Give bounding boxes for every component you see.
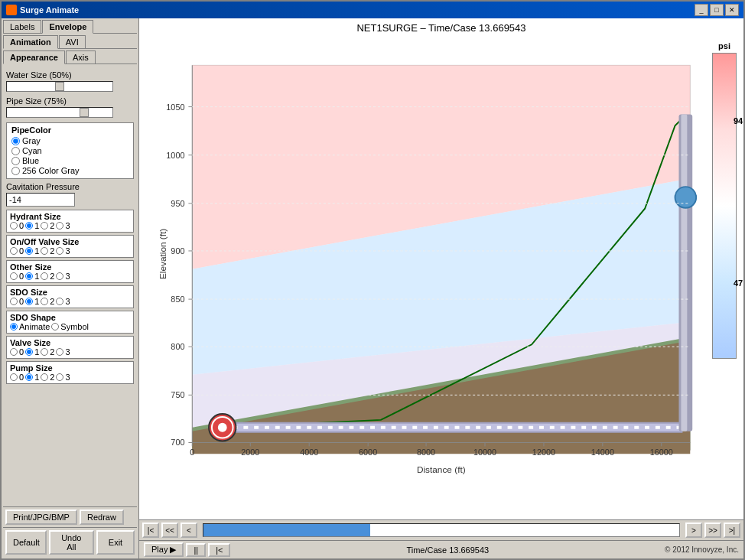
other-1-radio[interactable] bbox=[25, 272, 33, 280]
app-icon bbox=[6, 5, 17, 15]
pipe-color-cyan-radio[interactable] bbox=[11, 147, 20, 155]
legend-bar: psi 94 47 bbox=[705, 37, 743, 516]
bottom-buttons-row1: Print/JPG/BMP Redraw bbox=[3, 506, 137, 527]
main-content: Labels Envelope Animation AVI Appearance… bbox=[2, 18, 743, 558]
pipe-color-blue-radio[interactable] bbox=[11, 157, 20, 165]
close-button[interactable]: ✕ bbox=[725, 4, 739, 16]
pipe-color-gray-label: Gray bbox=[22, 136, 41, 145]
maximize-button[interactable]: □ bbox=[710, 4, 724, 16]
onoff-0-radio[interactable] bbox=[10, 247, 18, 255]
undo-all-button[interactable]: Undo All bbox=[49, 530, 94, 555]
other-size-label: Other Size bbox=[10, 262, 130, 272]
valve-1-radio[interactable] bbox=[25, 348, 33, 356]
other-size-group: Other Size 0 1 2 3 bbox=[6, 260, 134, 283]
svg-point-15 bbox=[218, 423, 227, 432]
tab-envelope[interactable]: Envelope bbox=[42, 20, 93, 34]
hydrant-3-radio[interactable] bbox=[56, 222, 63, 230]
nav-prev-button[interactable]: < bbox=[181, 523, 197, 538]
hydrant-1-radio[interactable] bbox=[25, 222, 33, 230]
other-3-radio[interactable] bbox=[56, 272, 63, 280]
nav-next-button[interactable]: > bbox=[685, 523, 702, 538]
hydrant-2-radio[interactable] bbox=[41, 222, 48, 230]
tab-axis[interactable]: Axis bbox=[66, 50, 96, 64]
cavitation-input[interactable] bbox=[6, 193, 75, 207]
hydrant-size-label: Hydrant Size bbox=[10, 212, 130, 221]
print-button[interactable]: Print/JPG/BMP bbox=[5, 510, 77, 525]
svg-text:12000: 12000 bbox=[532, 448, 555, 457]
svg-text:6000: 6000 bbox=[359, 448, 377, 457]
nav-last-button[interactable]: >| bbox=[724, 523, 740, 538]
other-0-radio[interactable] bbox=[10, 272, 18, 280]
water-size-slider-container bbox=[6, 81, 121, 93]
left-panel: Labels Envelope Animation AVI Appearance… bbox=[2, 18, 139, 558]
bottom-buttons-row2: Default Undo All Exit bbox=[3, 527, 137, 557]
valve-size-group: Valve Size 0 1 2 3 bbox=[6, 336, 134, 359]
svg-text:10000: 10000 bbox=[473, 448, 496, 457]
legend-gradient bbox=[712, 53, 737, 359]
sdo-animate-radio[interactable] bbox=[10, 323, 18, 330]
water-size-slider[interactable] bbox=[6, 81, 113, 92]
pump-size-label: Pump Size bbox=[10, 363, 130, 373]
tabs-row-1: Labels Envelope bbox=[3, 20, 137, 34]
minimize-button[interactable]: _ bbox=[695, 4, 708, 16]
svg-text:0: 0 bbox=[190, 448, 194, 457]
play-button[interactable]: Play ▶ bbox=[144, 542, 184, 557]
svg-text:750: 750 bbox=[171, 390, 184, 399]
pipe-size-label: Pipe Size (75%) bbox=[6, 96, 134, 106]
svg-text:8000: 8000 bbox=[417, 448, 435, 457]
valve-0-radio[interactable] bbox=[10, 348, 18, 356]
valve-3-radio[interactable] bbox=[56, 348, 63, 356]
svg-rect-10 bbox=[681, 114, 687, 431]
right-panel: NET1SURGE – Time/Case 13.669543 bbox=[139, 18, 743, 558]
sdo-shape-group: SDO Shape Animate Symbol bbox=[6, 311, 134, 334]
tab-labels[interactable]: Labels bbox=[3, 20, 41, 34]
sdo-1-radio[interactable] bbox=[25, 298, 33, 305]
nav-prev-fast-button[interactable]: << bbox=[161, 523, 178, 538]
valve-2-radio[interactable] bbox=[41, 348, 48, 356]
tab-avi[interactable]: AVI bbox=[59, 35, 86, 49]
pump-3-radio[interactable] bbox=[56, 373, 63, 381]
pipe-color-cyan-label: Cyan bbox=[22, 146, 42, 155]
hydrant-0-radio[interactable] bbox=[10, 222, 18, 230]
redraw-button[interactable]: Redraw bbox=[80, 510, 124, 525]
back-to-start-button[interactable]: |< bbox=[208, 543, 230, 557]
sdo-symbol-radio[interactable] bbox=[51, 323, 59, 330]
nav-first-button[interactable]: |< bbox=[142, 523, 159, 538]
tab-appearance[interactable]: Appearance bbox=[3, 50, 65, 64]
sdo-size-radios: 0 1 2 3 bbox=[10, 297, 130, 306]
other-size-radios: 0 1 2 3 bbox=[10, 272, 130, 281]
pipe-color-256gray-radio[interactable] bbox=[11, 167, 20, 175]
svg-text:950: 950 bbox=[171, 199, 184, 208]
other-2-radio[interactable] bbox=[41, 272, 48, 280]
onoff-2-radio[interactable] bbox=[41, 247, 48, 255]
exit-button[interactable]: Exit bbox=[96, 530, 135, 555]
pipe-color-blue-label: Blue bbox=[22, 156, 39, 165]
pipe-size-slider-container bbox=[6, 107, 121, 119]
pause-button[interactable]: || bbox=[186, 543, 206, 557]
pump-size-group: Pump Size 0 1 2 3 bbox=[6, 361, 134, 384]
appearance-panel: Water Size (50%) Pipe Size (75%) PipeCol… bbox=[3, 66, 137, 506]
window-controls: _ □ ✕ bbox=[695, 4, 739, 16]
pipe-color-256gray-label: 256 Color Gray bbox=[22, 166, 80, 175]
copyright-text: © 2012 Innovyze, Inc. bbox=[665, 545, 739, 554]
pipe-color-gray-radio[interactable] bbox=[11, 137, 20, 145]
progress-bar-container[interactable] bbox=[203, 523, 680, 537]
onoff-1-radio[interactable] bbox=[25, 247, 33, 255]
pump-size-radios: 0 1 2 3 bbox=[10, 373, 130, 382]
tab-animation[interactable]: Animation bbox=[3, 35, 58, 49]
sdo-0-radio[interactable] bbox=[10, 298, 18, 305]
nav-next-fast-button[interactable]: >> bbox=[704, 523, 721, 538]
sdo-3-radio[interactable] bbox=[56, 298, 63, 305]
tabs-row-3: Appearance Axis bbox=[3, 50, 137, 64]
sdo-2-radio[interactable] bbox=[41, 298, 48, 305]
default-button[interactable]: Default bbox=[5, 530, 47, 555]
pump-0-radio[interactable] bbox=[10, 373, 18, 381]
pump-1-radio[interactable] bbox=[25, 373, 33, 381]
onoff-3-radio[interactable] bbox=[56, 247, 63, 255]
valve-size-label: Valve Size bbox=[10, 338, 130, 347]
pipe-size-slider[interactable] bbox=[6, 107, 113, 118]
play-controls: Play ▶ || |< bbox=[144, 542, 230, 557]
title-bar: Surge Animate _ □ ✕ bbox=[2, 2, 743, 18]
pump-2-radio[interactable] bbox=[41, 373, 48, 381]
chart-area: NET1SURGE – Time/Case 13.669543 bbox=[139, 18, 743, 519]
